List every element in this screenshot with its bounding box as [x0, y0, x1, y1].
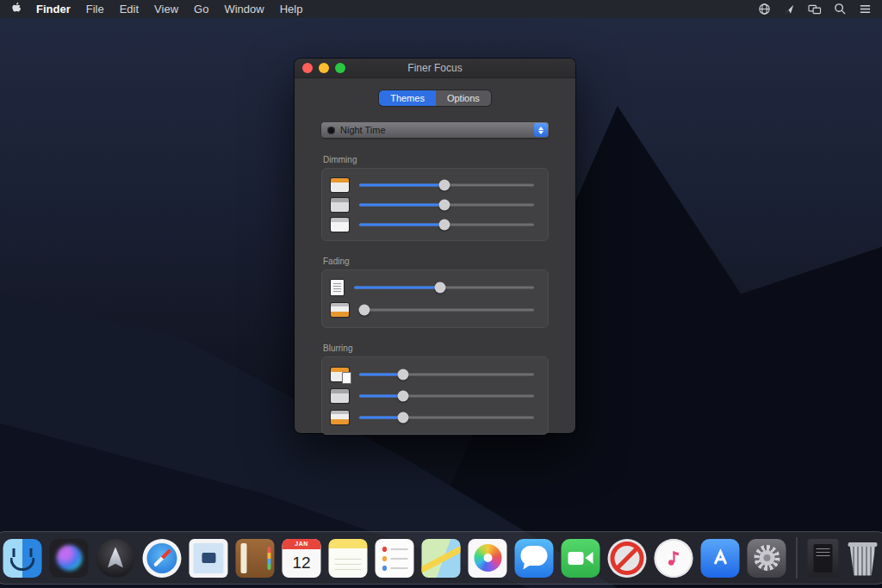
- desktop: Finder File Edit View Go Window Help: [0, 0, 882, 588]
- dock-launchpad-icon[interactable]: [96, 539, 135, 578]
- theme-select-value: Night Time: [340, 125, 386, 135]
- section-title-fading: Fading: [323, 257, 549, 266]
- dock-notes-icon[interactable]: [329, 539, 368, 578]
- menu-bar: Finder File Edit View Go Window Help: [0, 0, 882, 18]
- slider-thumb[interactable]: [435, 282, 446, 294]
- close-button[interactable]: [302, 63, 313, 73]
- dock-blocked-app-icon[interactable]: [608, 539, 647, 578]
- section-title-dimming: Dimming: [323, 155, 549, 164]
- rocket-icon[interactable]: [783, 3, 796, 15]
- tab-options[interactable]: Options: [436, 90, 491, 106]
- dock-divider: [797, 537, 798, 579]
- calendar-day-label: 12: [283, 549, 321, 578]
- minimize-button[interactable]: [319, 63, 329, 73]
- dock-photos-icon[interactable]: [469, 539, 507, 578]
- slider-thumb[interactable]: [439, 199, 450, 210]
- slider-row: [331, 276, 536, 299]
- dock-app-store-icon[interactable]: [701, 539, 740, 578]
- gray-window-icon: [331, 389, 349, 403]
- dimming-slider-2[interactable]: [359, 198, 534, 212]
- blurring-slider-3[interactable]: [359, 411, 534, 424]
- slider-thumb[interactable]: [397, 390, 408, 401]
- dock-trash-icon[interactable]: [847, 539, 879, 578]
- orange-bottom-window-icon: [331, 303, 349, 317]
- menu-window[interactable]: Window: [224, 0, 264, 18]
- spotlight-search-icon[interactable]: [834, 3, 847, 15]
- notification-list-icon[interactable]: [859, 3, 872, 15]
- menu-file[interactable]: File: [86, 0, 104, 18]
- slider-fill: [359, 203, 444, 206]
- slider-thumb[interactable]: [397, 368, 408, 380]
- slider-row: [331, 406, 536, 428]
- slider-fill: [359, 183, 444, 186]
- tab-themes[interactable]: Themes: [379, 90, 436, 106]
- keyboard-globe-icon[interactable]: [758, 3, 771, 15]
- slider-track[interactable]: [359, 309, 534, 312]
- light-window-icon: [331, 218, 349, 232]
- blurring-slider-2[interactable]: [359, 389, 534, 403]
- menu-view[interactable]: View: [154, 0, 178, 18]
- blurring-group-box: [321, 356, 549, 435]
- dock-itunes-icon[interactable]: [655, 539, 693, 578]
- slider-row: [331, 195, 536, 214]
- slider-row: [331, 299, 536, 321]
- tab-bar: Themes Options: [321, 90, 549, 106]
- fading-group-box: [321, 269, 549, 328]
- slider-row: [331, 385, 536, 406]
- orange-bottom-window-icon: [331, 411, 349, 424]
- dock-documents-icon[interactable]: [808, 539, 839, 578]
- menu-help[interactable]: Help: [280, 0, 303, 18]
- zoom-button[interactable]: [335, 63, 345, 73]
- dimming-slider-1[interactable]: [359, 178, 534, 192]
- slider-fill: [359, 394, 403, 397]
- app-menu-title[interactable]: Finder: [36, 0, 71, 18]
- dock-facetime-icon[interactable]: [562, 539, 600, 578]
- slider-fill: [354, 287, 440, 289]
- dimming-slider-3[interactable]: [359, 218, 534, 232]
- slider-fill: [359, 223, 444, 226]
- dock-maps-icon[interactable]: [422, 539, 461, 578]
- dock-finder-icon[interactable]: [3, 539, 42, 578]
- orange-titlebar-window-icon: [331, 178, 349, 192]
- dock-contacts-icon[interactable]: [236, 539, 275, 578]
- fading-section: Fading: [321, 257, 549, 328]
- slider-thumb[interactable]: [439, 219, 450, 230]
- slider-thumb[interactable]: [359, 305, 370, 316]
- slider-thumb[interactable]: [439, 179, 450, 190]
- displays-icon[interactable]: [808, 3, 822, 15]
- calendar-month-label: JAN: [283, 539, 321, 549]
- dock-messages-icon[interactable]: [515, 539, 554, 578]
- menu-edit[interactable]: Edit: [120, 0, 139, 18]
- section-title-blurring: Blurring: [323, 344, 549, 353]
- dock-mail-icon[interactable]: [189, 539, 228, 578]
- slider-fill: [359, 416, 403, 418]
- slider-row: [331, 175, 536, 195]
- window-titlebar[interactable]: Finer Focus: [295, 59, 575, 78]
- window-with-document-icon: [331, 368, 349, 381]
- dock-safari-icon[interactable]: [143, 539, 182, 578]
- dock-system-preferences-icon[interactable]: [748, 539, 786, 578]
- fading-slider-2[interactable]: [359, 303, 534, 317]
- dimming-group-box: [321, 168, 549, 241]
- dark-theme-dot-icon: [327, 127, 335, 134]
- finer-focus-window: Finer Focus Themes Options Night Time Di…: [295, 59, 575, 433]
- apple-icon: [10, 2, 22, 16]
- popup-stepper-icon: [534, 123, 548, 137]
- slider-fill: [359, 373, 403, 375]
- dock: JAN 12: [0, 531, 882, 585]
- fading-slider-1[interactable]: [354, 281, 534, 294]
- dimming-section: Dimming: [321, 155, 549, 241]
- blurring-slider-1[interactable]: [359, 368, 534, 381]
- slider-thumb[interactable]: [397, 412, 408, 423]
- slider-row: [331, 363, 536, 385]
- dock-calendar-icon[interactable]: JAN 12: [283, 539, 321, 578]
- gray-window-icon: [331, 198, 349, 212]
- apple-menu[interactable]: [10, 2, 22, 16]
- blurring-section: Blurring: [321, 344, 549, 435]
- dock-siri-icon[interactable]: [50, 539, 89, 578]
- slider-row: [331, 214, 536, 234]
- dock-reminders-icon[interactable]: [376, 539, 414, 578]
- menu-go[interactable]: Go: [194, 0, 208, 18]
- theme-select[interactable]: Night Time: [321, 122, 549, 138]
- document-icon: [331, 280, 344, 295]
